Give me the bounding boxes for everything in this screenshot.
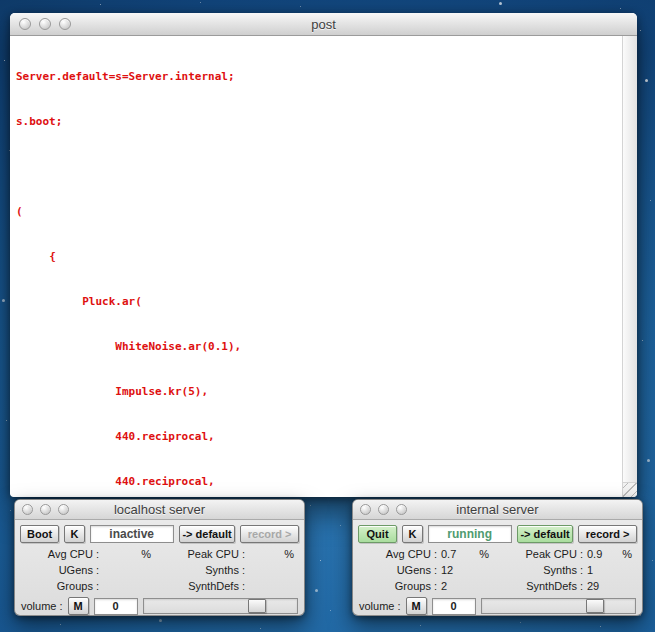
close-button[interactable] (360, 504, 371, 515)
volume-label: volume : (359, 600, 401, 612)
stat-row: Avg CPU : 0.7 % Peak CPU : 0.9 % (353, 546, 642, 562)
code-line: s.boot; (16, 114, 622, 129)
volume-value[interactable]: 0 (94, 598, 138, 615)
volume-slider[interactable] (481, 598, 636, 614)
stat-row: Groups : 2 SynthDefs : 29 (353, 578, 642, 594)
synthdefs-label: SynthDefs : (161, 580, 245, 592)
groups-label: Groups : (353, 580, 437, 592)
post-window: post Server.default=s=Server.internal; s… (10, 13, 637, 497)
avg-cpu-value: 0.7 (441, 548, 463, 560)
volume-row: volume : M 0 (353, 594, 642, 615)
groups-value: 2 (441, 580, 463, 592)
zoom-button[interactable] (58, 504, 69, 515)
server-status: running (428, 525, 512, 543)
minimize-button[interactable] (378, 504, 389, 515)
volume-slider-handle[interactable] (586, 599, 604, 613)
stat-row: Avg CPU : % Peak CPU : % (15, 546, 304, 562)
internal-server-window: internal server Quit K running -> defaul… (352, 499, 643, 616)
kill-button[interactable]: K (402, 525, 423, 543)
ugens-label: UGens : (353, 564, 437, 576)
stat-row: UGens : Synths : (15, 562, 304, 578)
server-button-row: Quit K running -> default record > (353, 520, 642, 543)
server-button-row: Boot K inactive -> default record > (15, 520, 304, 543)
window-controls (360, 504, 407, 515)
desktop-background-stars (0, 0, 1, 1)
code-line: Server.default=s=Server.internal; (16, 69, 622, 84)
minimize-button[interactable] (40, 504, 51, 515)
volume-slider[interactable] (143, 598, 298, 614)
code-line: WhiteNoise.ar(0.1), (16, 339, 622, 354)
code-line: ( (16, 204, 622, 219)
vertical-scrollbar[interactable] (622, 36, 637, 482)
record-button[interactable]: record > (240, 525, 299, 543)
server-stats: Avg CPU : 0.7 % Peak CPU : 0.9 % UGens :… (353, 543, 642, 594)
make-default-button[interactable]: -> default (517, 525, 574, 543)
avg-cpu-unit: % (141, 548, 161, 560)
code-editor[interactable]: Server.default=s=Server.internal; s.boot… (10, 36, 622, 497)
ugens-value: 12 (441, 564, 463, 576)
stat-row: UGens : 12 Synths : 1 (353, 562, 642, 578)
server-stats: Avg CPU : % Peak CPU : % UGens : Synths … (15, 543, 304, 594)
volume-value[interactable]: 0 (432, 598, 476, 615)
zoom-button[interactable] (396, 504, 407, 515)
groups-label: Groups : (15, 580, 99, 592)
volume-label: volume : (21, 600, 63, 612)
code-line: { (16, 249, 622, 264)
synthdefs-value: 29 (587, 580, 609, 592)
boot-button[interactable]: Boot (20, 525, 59, 543)
code-line: Pluck.ar( (16, 294, 622, 309)
code-line (16, 159, 622, 174)
post-titlebar[interactable]: post (10, 13, 637, 36)
window-controls (19, 18, 71, 30)
window-title: post (10, 17, 637, 32)
peak-cpu-value: 0.9 (587, 548, 609, 560)
mute-button[interactable]: M (68, 597, 89, 615)
localhost-titlebar[interactable]: localhost server (15, 500, 304, 520)
minimize-button[interactable] (39, 18, 51, 30)
synths-value: 1 (587, 564, 609, 576)
make-default-button[interactable]: -> default (179, 525, 236, 543)
peak-cpu-label: Peak CPU : (499, 548, 583, 560)
internal-titlebar[interactable]: internal server (353, 500, 642, 520)
post-content: Server.default=s=Server.internal; s.boot… (10, 36, 637, 497)
synthdefs-label: SynthDefs : (499, 580, 583, 592)
kill-button[interactable]: K (64, 525, 85, 543)
peak-cpu-unit: % (284, 548, 304, 560)
avg-cpu-label: Avg CPU : (353, 548, 437, 560)
code-line: 440.reciprocal, (16, 429, 622, 444)
quit-button[interactable]: Quit (358, 525, 397, 543)
zoom-button[interactable] (59, 18, 71, 30)
volume-slider-handle[interactable] (248, 599, 266, 613)
server-status: inactive (90, 525, 174, 543)
window-controls (22, 504, 69, 515)
mute-button[interactable]: M (406, 597, 427, 615)
ugens-label: UGens : (15, 564, 99, 576)
synths-label: Synths : (499, 564, 583, 576)
avg-cpu-unit: % (479, 548, 499, 560)
localhost-server-window: localhost server Boot K inactive -> defa… (14, 499, 305, 616)
volume-row: volume : M 0 (15, 594, 304, 615)
peak-cpu-label: Peak CPU : (161, 548, 245, 560)
synths-label: Synths : (161, 564, 245, 576)
record-button[interactable]: record > (578, 525, 637, 543)
close-button[interactable] (22, 504, 33, 515)
stat-row: Groups : SynthDefs : (15, 578, 304, 594)
close-button[interactable] (19, 18, 31, 30)
resize-grip-icon[interactable] (622, 482, 637, 497)
code-line: 440.reciprocal, (16, 474, 622, 489)
avg-cpu-label: Avg CPU : (15, 548, 99, 560)
peak-cpu-unit: % (622, 548, 642, 560)
code-line: Impulse.kr(5), (16, 384, 622, 399)
